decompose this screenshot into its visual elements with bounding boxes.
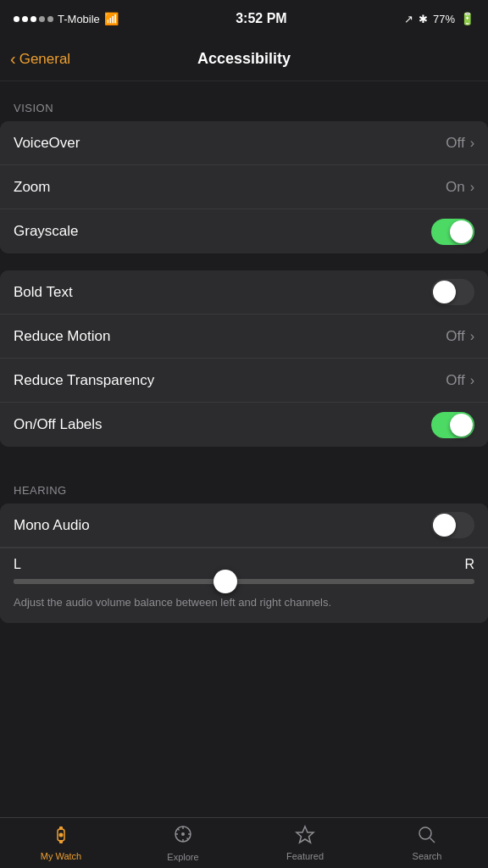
navigation-bar: ‹ General Accessibility (0, 37, 488, 81)
svg-marker-12 (297, 826, 313, 843)
reduce-transparency-chevron-icon: › (470, 373, 474, 388)
status-right: ↗ ✱ 77% 🔋 (404, 12, 474, 25)
bold-text-row[interactable]: Bold Text (0, 270, 488, 314)
search-tab-label: Search (413, 851, 442, 861)
mono-audio-toggle[interactable] (431, 512, 474, 538)
svg-line-9 (178, 829, 180, 831)
wifi-icon: 📶 (104, 12, 119, 25)
featured-tab-label: Featured (286, 851, 324, 861)
location-icon: ↗ (404, 13, 413, 25)
svg-line-14 (430, 838, 435, 843)
page-title: Accessibility (197, 50, 291, 68)
reduce-transparency-value: Off › (446, 372, 474, 389)
slider-thumb[interactable] (214, 570, 237, 593)
bluetooth-icon: ✱ (419, 13, 428, 25)
back-label: General (19, 51, 70, 68)
zoom-label: Zoom (14, 179, 50, 196)
voiceover-value: Off › (446, 135, 474, 152)
back-button[interactable]: ‹ General (10, 49, 70, 69)
reduce-motion-row[interactable]: Reduce Motion Off › (0, 314, 488, 359)
svg-point-13 (419, 827, 431, 839)
vision-settings-group: VoiceOver Off › Zoom On › Grayscale (0, 121, 488, 253)
zoom-chevron-icon: › (470, 180, 474, 195)
section-header-vision: VISION (0, 81, 488, 121)
section-header-hearing: HEARING (0, 464, 488, 504)
signal-dots (14, 16, 53, 22)
reduce-motion-label: Reduce Motion (14, 328, 110, 345)
tab-my-watch[interactable]: My Watch (0, 818, 122, 868)
slider-description: Adjust the audio volume balance between … (14, 594, 474, 611)
battery-icon: 🔋 (460, 12, 474, 25)
slider-left-label: L (14, 557, 21, 572)
voiceover-label: VoiceOver (14, 135, 80, 152)
onoff-labels-label: On/Off Labels (14, 416, 103, 433)
svg-point-3 (59, 833, 64, 837)
tab-featured[interactable]: Featured (244, 818, 366, 868)
tab-search[interactable]: Search (366, 818, 488, 868)
my-watch-icon (51, 825, 71, 849)
onoff-labels-toggle[interactable] (431, 412, 474, 438)
status-bar: T-Mobile 📶 3:52 PM ↗ ✱ 77% 🔋 (0, 0, 488, 37)
grayscale-label: Grayscale (14, 223, 79, 240)
featured-icon (295, 825, 315, 849)
search-icon (417, 825, 437, 849)
mono-audio-label: Mono Audio (14, 517, 90, 534)
text-motion-settings-group: Bold Text Reduce Motion Off › Reduce Tra… (0, 270, 488, 447)
zoom-row[interactable]: Zoom On › (0, 165, 488, 209)
grayscale-toggle[interactable] (431, 219, 474, 245)
slider-right-label: R (464, 557, 474, 572)
carrier-label: T-Mobile (58, 13, 100, 25)
explore-tab-label: Explore (167, 852, 198, 862)
tab-bar: My Watch Explore Featured (0, 817, 488, 868)
reduce-motion-value: Off › (446, 328, 474, 345)
zoom-value: On › (446, 179, 474, 196)
bold-text-label: Bold Text (14, 284, 73, 301)
svg-point-11 (181, 832, 185, 836)
tab-explore[interactable]: Explore (122, 818, 244, 868)
explore-icon (173, 824, 193, 849)
my-watch-tab-label: My Watch (41, 851, 82, 861)
mono-audio-row[interactable]: Mono Audio (0, 504, 488, 548)
audio-balance-section: L R Adjust the audio volume balance betw… (0, 548, 488, 623)
reduce-transparency-row[interactable]: Reduce Transparency Off › (0, 359, 488, 403)
reduce-transparency-label: Reduce Transparency (14, 372, 154, 389)
svg-rect-2 (59, 840, 63, 843)
content-area: VISION VoiceOver Off › Zoom On › Graysca… (0, 81, 488, 817)
back-chevron-icon: ‹ (10, 49, 16, 69)
onoff-labels-row[interactable]: On/Off Labels (0, 403, 488, 447)
bold-text-toggle[interactable] (431, 279, 474, 305)
audio-balance-slider[interactable] (14, 579, 474, 584)
grayscale-row[interactable]: Grayscale (0, 209, 488, 253)
battery-label: 77% (433, 13, 455, 25)
svg-line-10 (187, 838, 189, 840)
status-time: 3:52 PM (236, 11, 286, 26)
svg-rect-1 (59, 826, 63, 830)
slider-labels: L R (14, 557, 474, 572)
status-left: T-Mobile 📶 (14, 12, 119, 25)
hearing-settings-group: Mono Audio L R Adjust the audio volume b… (0, 504, 488, 623)
voiceover-row[interactable]: VoiceOver Off › (0, 121, 488, 165)
reduce-motion-chevron-icon: › (470, 329, 474, 344)
voiceover-chevron-icon: › (470, 136, 474, 151)
